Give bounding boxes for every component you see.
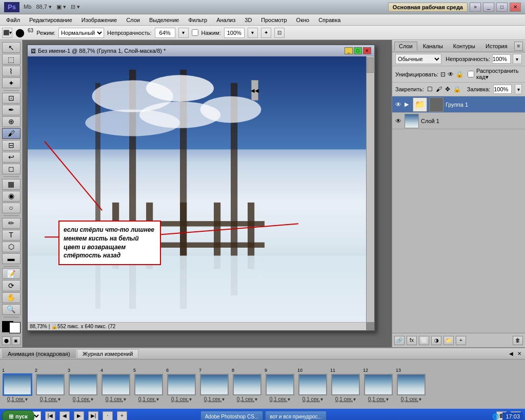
close-btn[interactable]: ✕ <box>510 3 521 12</box>
tool-type[interactable]: T <box>2 230 21 241</box>
lock-move-icon[interactable]: ✥ <box>445 86 450 93</box>
lock-all-icon[interactable]: 🔒 <box>453 86 461 93</box>
panel-collapse-btn[interactable]: ◀◀ <box>251 80 258 101</box>
panel-menu-btn[interactable]: ≡ <box>514 42 523 51</box>
menu-3d[interactable]: 3D <box>240 16 256 24</box>
fill-dropdown-btn[interactable]: ▾ <box>515 84 522 94</box>
menu-view[interactable]: Просмотр <box>257 16 291 24</box>
tablet-btn[interactable]: ⊡ <box>274 28 285 38</box>
prev-frame-btn[interactable]: ◀ <box>59 411 70 421</box>
tool-clone[interactable]: ⊟ <box>2 140 21 151</box>
layer-1[interactable]: 👁 Слой 1 <box>392 113 525 129</box>
frame-6-arrow[interactable]: ▾ <box>189 396 192 402</box>
color-swatch[interactable] <box>2 321 21 333</box>
menu-window[interactable]: Окно <box>292 16 314 24</box>
airbrush-btn[interactable]: ✦ <box>261 28 271 38</box>
frame-1-time-val[interactable]: 0,1 сек. <box>7 396 25 402</box>
bottom-panel-close-btn[interactable]: ✕ <box>516 350 523 357</box>
new-group-btn[interactable]: 📁 <box>443 336 454 345</box>
frame-10-time-val[interactable]: 0,1 сек. <box>302 396 320 402</box>
frame-7-arrow[interactable]: ▾ <box>222 396 225 402</box>
frame-thumb-4[interactable] <box>102 374 130 395</box>
mode-select[interactable]: Нормальный <box>58 28 104 38</box>
screen-mode-btn[interactable]: ▣ <box>12 336 21 345</box>
frame-11-arrow[interactable]: ▾ <box>353 396 356 402</box>
tool-lasso[interactable]: ⌇ <box>2 66 21 76</box>
tool-crop[interactable]: ⊡ <box>2 93 21 104</box>
canvas-scroll-area[interactable]: если стёрли что-то лишнее меняем кисть н… <box>28 56 366 322</box>
tool-shape[interactable]: ▬ <box>2 253 21 264</box>
quick-mask-btn[interactable]: ⬤ <box>2 336 11 345</box>
frame-10-arrow[interactable]: ▾ <box>320 396 323 402</box>
menu-layers[interactable]: Слои <box>122 16 144 24</box>
frame-11-time-val[interactable]: 0,1 сек. <box>335 396 353 402</box>
lock-brush-icon[interactable]: 🖌 <box>436 86 442 93</box>
tool-eraser[interactable]: ◻ <box>2 164 21 174</box>
frame-thumb-1[interactable] <box>3 374 32 395</box>
frame-8-arrow[interactable]: ▾ <box>255 396 257 402</box>
menu-select[interactable]: Выделение <box>145 16 183 24</box>
brush-size-display[interactable]: ⬤ <box>15 28 25 37</box>
frame-thumb-2[interactable] <box>36 374 65 395</box>
vertical-scrollbar[interactable] <box>366 56 374 322</box>
start-button[interactable]: ⊞ пуск <box>2 410 34 420</box>
frame-12-arrow[interactable]: ▾ <box>386 396 389 402</box>
tool-history-brush[interactable]: ↩ <box>2 152 21 163</box>
add-style-btn[interactable]: fx <box>407 336 417 345</box>
minimize-btn[interactable]: _ <box>483 3 494 12</box>
frame-9-arrow[interactable]: ▾ <box>288 396 290 402</box>
frame-thumb-7[interactable] <box>200 374 229 395</box>
workspace-label[interactable]: Основная рабочая среда <box>388 3 468 12</box>
doc-minimize-btn[interactable]: _ <box>345 47 353 54</box>
frame-thumb-12[interactable] <box>364 374 393 395</box>
first-frame-btn[interactable]: |◀ <box>45 411 55 421</box>
tool-3d-rotate[interactable]: ⟳ <box>2 280 21 291</box>
frame-1-time-arrow[interactable]: ▾ <box>25 396 28 402</box>
frame-13-arrow[interactable]: ▾ <box>419 396 421 402</box>
menu-edit[interactable]: Редактирование <box>25 16 76 24</box>
tool-zoom[interactable]: 🔍 <box>2 304 21 315</box>
frame-thumb-10[interactable] <box>298 374 327 395</box>
frame-4-arrow[interactable]: ▾ <box>124 396 126 402</box>
tool-dodge[interactable]: ○ <box>2 203 21 213</box>
next-frame-btn[interactable]: ▶| <box>88 411 98 421</box>
tab-channels[interactable]: Каналы <box>418 42 448 51</box>
distribute-check[interactable] <box>468 71 474 77</box>
tool-marquee[interactable]: ⬚ <box>2 54 21 65</box>
layer-group-1[interactable]: 👁 ▶ 📁 Группа 1 <box>392 96 525 113</box>
tool-spot-heal[interactable]: ⊕ <box>2 116 21 127</box>
tab-history[interactable]: История <box>481 42 512 51</box>
add-mask-btn[interactable]: ⬜ <box>419 336 429 345</box>
frame-12-time-val[interactable]: 0,1 сек. <box>368 396 386 402</box>
frame-thumb-9[interactable] <box>266 374 294 395</box>
tool-preset-btn[interactable]: ⬛▾ <box>2 28 12 38</box>
flow-btn[interactable]: ▾ <box>248 28 258 38</box>
layer-eye-1[interactable]: 👁 <box>394 117 402 125</box>
flow-input[interactable] <box>224 28 245 38</box>
doc-maximize-btn[interactable]: □ <box>354 47 362 54</box>
frame-thumb-6[interactable] <box>167 374 196 395</box>
menu-help[interactable]: Справка <box>314 16 345 24</box>
opacity-btn[interactable]: ▾ <box>178 28 189 38</box>
tool-pen[interactable]: ✏ <box>2 218 21 229</box>
frame-13-time-val[interactable]: 0,1 сек. <box>401 396 418 402</box>
tween-btn[interactable]: ⬝ <box>103 411 113 421</box>
menu-image[interactable]: Изображение <box>77 16 121 24</box>
blend-mode-select[interactable]: Обычные <box>395 54 441 64</box>
lock-trans-icon[interactable]: ☐ <box>427 86 433 93</box>
frame-3-time-val[interactable]: 0,1 сек. <box>73 396 90 402</box>
new-frame-btn[interactable]: + <box>117 411 127 421</box>
frame-thumb-11[interactable] <box>331 374 360 395</box>
menu-filter[interactable]: Фильтр <box>184 16 211 24</box>
tool-brush[interactable]: 🖌 <box>2 128 21 139</box>
tool-notes[interactable]: 📝 <box>2 268 21 279</box>
restore-btn[interactable]: □ <box>496 3 508 12</box>
unify-pos-icon[interactable]: ⊡ <box>440 71 446 78</box>
frame-8-time-val[interactable]: 0,1 сек. <box>237 396 254 402</box>
tool-move[interactable]: ↖ <box>2 42 21 53</box>
tool-eyedropper[interactable]: ✒ <box>2 105 21 115</box>
link-layers-btn[interactable]: 🔗 <box>394 336 405 345</box>
menu-analyze[interactable]: Анализ <box>212 16 239 24</box>
unify-vis-icon[interactable]: 👁 <box>448 71 454 78</box>
tab-animation[interactable]: Анимация (покадровая) <box>2 349 76 358</box>
